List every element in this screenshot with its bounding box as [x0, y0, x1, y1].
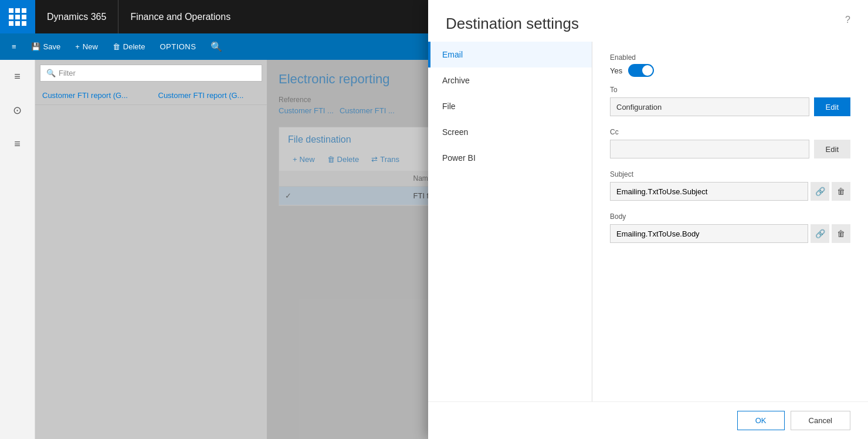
- plus-icon: +: [75, 42, 80, 51]
- yes-label: Yes: [610, 66, 622, 75]
- cancel-button[interactable]: Cancel: [791, 411, 850, 430]
- cc-field-row: Edit: [610, 140, 850, 158]
- list-item-col1[interactable]: Customer FTI report (G...: [35, 86, 151, 104]
- main-area: ≡ ⊙ ≡ 🔍 Filter Customer FTI report (G...…: [0, 60, 868, 439]
- subject-link-button[interactable]: 🔗: [811, 182, 829, 201]
- dest-nav-screen[interactable]: Screen: [428, 119, 592, 145]
- list-panel: 🔍 Filter Customer FTI report (G... Custo…: [35, 60, 267, 439]
- ok-button[interactable]: OK: [737, 411, 785, 430]
- body-field-group: Body 🔗 🗑: [610, 212, 850, 243]
- module-name: Finance and Operations: [118, 0, 242, 33]
- to-edit-button[interactable]: Edit: [814, 97, 850, 116]
- save-button[interactable]: 💾 Save: [25, 39, 67, 55]
- dest-nav-archive[interactable]: Archive: [428, 67, 592, 93]
- filter-bar: 🔍 Filter: [35, 60, 267, 86]
- filter-search-icon: 🔍: [46, 69, 56, 77]
- delete-button[interactable]: 🗑 Delete: [107, 39, 151, 55]
- to-field-group: To Edit: [610, 86, 850, 116]
- sidebar-lines-icon[interactable]: ≡: [9, 133, 25, 155]
- sidebar: ≡ ⊙ ≡: [0, 60, 35, 439]
- subject-field-row: 🔗 🗑: [610, 182, 850, 201]
- cc-input[interactable]: [610, 140, 809, 158]
- delete-icon: 🗑: [113, 42, 120, 51]
- body-label: Body: [610, 212, 850, 221]
- toggle-container: Yes: [610, 64, 850, 77]
- toggle-knob: [642, 65, 653, 76]
- subject-label: Subject: [610, 170, 850, 178]
- hamburger-button[interactable]: ≡: [6, 39, 22, 55]
- to-label: To: [610, 86, 850, 94]
- body-field-row: 🔗 🗑: [610, 224, 850, 243]
- list-items: Customer FTI report (G... Customer FTI r…: [35, 86, 267, 105]
- destination-settings-panel: Destination settings ? Email Archive Fil…: [428, 60, 868, 439]
- dest-nav-email[interactable]: Email: [428, 60, 592, 67]
- enabled-label: Enabled: [610, 60, 850, 62]
- body-input[interactable]: [610, 224, 808, 243]
- body-delete-button[interactable]: 🗑: [832, 224, 850, 243]
- subject-delete-button[interactable]: 🗑: [832, 182, 850, 201]
- waffle-menu[interactable]: [0, 0, 35, 33]
- app-name: Dynamics 365: [35, 0, 118, 33]
- waffle-icon: [9, 8, 26, 26]
- sidebar-hamburger-icon[interactable]: ≡: [9, 66, 25, 87]
- body-link-button[interactable]: 🔗: [811, 224, 829, 243]
- sidebar-filter-icon[interactable]: ⊙: [8, 99, 26, 121]
- subject-input[interactable]: [610, 182, 808, 201]
- save-icon: 💾: [31, 42, 40, 51]
- enabled-toggle[interactable]: [628, 64, 654, 77]
- dest-nav-file[interactable]: File: [428, 93, 592, 119]
- to-field-row: Edit: [610, 97, 850, 116]
- dest-email-content: Enabled Yes To Edit: [592, 60, 868, 401]
- hamburger-icon: ≡: [12, 42, 16, 51]
- subject-field-group: Subject 🔗 🗑: [610, 170, 850, 201]
- options-menu[interactable]: OPTIONS: [154, 39, 202, 55]
- cc-edit-button[interactable]: Edit: [814, 140, 850, 158]
- enabled-field-group: Enabled Yes: [610, 60, 850, 77]
- to-input[interactable]: [610, 97, 809, 116]
- filter-input-wrapper[interactable]: 🔍 Filter: [40, 65, 262, 82]
- cc-label: Cc: [610, 128, 850, 136]
- new-button[interactable]: + New: [69, 39, 104, 55]
- dest-settings-body: Email Archive File Screen Power BI Enabl…: [428, 60, 868, 401]
- list-item: Customer FTI report (G... Customer FTI r…: [35, 86, 267, 105]
- dest-nav: Email Archive File Screen Power BI: [428, 60, 592, 401]
- dest-footer: OK Cancel: [428, 401, 868, 439]
- cc-field-group: Cc Edit: [610, 128, 850, 158]
- list-item-col2[interactable]: Customer FTI report (G...: [151, 86, 267, 104]
- search-icon[interactable]: 🔍: [205, 38, 228, 56]
- dest-nav-powerbi[interactable]: Power BI: [428, 145, 592, 171]
